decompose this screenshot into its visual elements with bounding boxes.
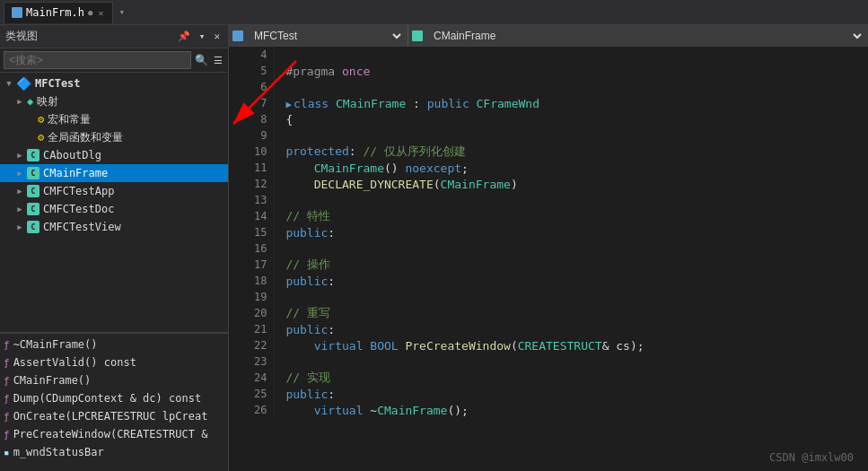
line-num-23: 23 [229, 353, 275, 370]
line-num-5: 5 [229, 63, 275, 79]
tree-item-cmainframe[interactable]: ▶ C CMainFrame [0, 164, 228, 182]
line-num-9: 9 [229, 127, 275, 144]
code-row-5: 5 #pragma once [229, 63, 868, 79]
search-box: 🔍 ☰ [0, 48, 228, 73]
bottom-label-4: Dump(CDumpContext & dc) const [13, 392, 202, 405]
nav-left-select[interactable]: MFCTest [247, 29, 404, 43]
tree-arrow-cmfctestdoc: ▶ [14, 204, 25, 214]
bottom-item-oncreate[interactable]: ƒ OnCreate(LPCREATESTRUC lpCreat [0, 407, 228, 425]
code-line-16 [275, 240, 868, 257]
code-line-22: virtual BOOL PreCreateWindow(CREATESTRUC… [275, 337, 868, 353]
code-row-22: 22 virtual BOOL PreCreateWindow(CREATEST… [229, 337, 868, 353]
tree-label-globals: 全局函数和变量 [48, 130, 123, 145]
tree-arrow-cmfctestapp: ▶ [14, 186, 25, 196]
tree-item-caboutdlg[interactable]: ▶ C CAboutDlg [0, 146, 228, 164]
bottom-item-statusbar[interactable]: ▪ m_wndStatusBar [0, 443, 228, 461]
tree-label-cmfctestapp: CMFCTestApp [43, 185, 114, 197]
code-row-4: 4 [229, 47, 868, 63]
code-row-19: 19 [229, 289, 868, 305]
search-icon-button[interactable]: 🔍 [193, 53, 210, 67]
code-row-11: 11 CMainFrame() noexcept; [229, 160, 868, 176]
code-line-23 [275, 353, 868, 370]
tree-item-cmfctestdoc[interactable]: ▶ C CMFCTestDoc [0, 200, 228, 218]
tree-arrow-cmainframe: ▶ [14, 168, 25, 179]
top-bar: MainFrm.h ● ✕ ▾ [0, 0, 868, 25]
code-line-20: // 重写 [275, 305, 868, 321]
tab-close-icon[interactable]: ✕ [96, 8, 105, 18]
line-num-20: 20 [229, 305, 275, 321]
code-line-5: #pragma once [275, 63, 868, 79]
bottom-item-assertvalid[interactable]: ƒ AssertValid() const [0, 353, 228, 371]
bottom-item-dump[interactable]: ƒ Dump(CDumpContext & dc) const [0, 389, 228, 407]
code-row-17: 17 // 操作 [229, 257, 868, 273]
tree-arrow-mfctest: ▼ [4, 78, 14, 89]
func-icon-1: ƒ [4, 339, 10, 351]
code-row-6: 6 [229, 79, 868, 95]
bottom-label-2: AssertValid() const [13, 356, 136, 369]
func-icon-6: ƒ [4, 429, 10, 440]
tree-arrow-caboutdlg: ▶ [14, 150, 25, 161]
left-panel: 类视图 📌 ▾ ✕ 🔍 ☰ ▼ 🔷 MFCTest ▶ ◆ 映射 [0, 25, 229, 471]
bottom-item-constructor[interactable]: ƒ CMainFrame() [0, 371, 228, 389]
class-icon-cmfctestdoc: C [27, 203, 39, 215]
nav-file-icon [232, 31, 243, 41]
code-row-13: 13 [229, 192, 868, 208]
func-icon-4: ƒ [4, 393, 10, 405]
tab-expand-icon[interactable]: ▾ [118, 6, 125, 18]
tree-item-cmfctestview[interactable]: ▶ C CMFCTestView [0, 218, 228, 236]
bottom-label-7: m_wndStatusBar [13, 446, 104, 458]
code-line-9 [275, 127, 868, 144]
line-num-22: 22 [229, 337, 275, 353]
line-num-11: 11 [229, 160, 275, 176]
bottom-item-precreatewindow[interactable]: ƒ PreCreateWindow(CREATESTRUCT & [0, 425, 228, 443]
tab-label: MainFrm.h [26, 6, 84, 19]
tree-item-mfctest[interactable]: ▼ 🔷 MFCTest [0, 74, 228, 92]
tree-item-cmfctestapp[interactable]: ▶ C CMFCTestApp [0, 182, 228, 200]
close-panel-icon[interactable]: ✕ [211, 30, 223, 43]
bottom-panel: ƒ ~CMainFrame() ƒ AssertValid() const ƒ … [0, 332, 228, 471]
auto-hide-icon[interactable]: ▾ [197, 30, 208, 43]
line-num-6: 6 [229, 79, 275, 95]
tree-item-mapping[interactable]: ▶ ◆ 映射 [0, 92, 228, 110]
tab-mainfrm-h[interactable]: MainFrm.h ● ✕ [4, 2, 113, 23]
bottom-item-destructor[interactable]: ƒ ~CMainFrame() [0, 336, 228, 353]
func-icon-2: ƒ [4, 357, 10, 369]
tree-label-cmfctestview: CMFCTestView [43, 221, 121, 233]
tree-item-globals[interactable]: ⚙ 全局函数和变量 [0, 128, 228, 146]
search-input[interactable] [4, 51, 191, 69]
filter-icon-button[interactable]: ☰ [212, 54, 224, 67]
code-line-19 [275, 289, 868, 305]
code-row-9: 9 [229, 127, 868, 144]
tab-file-icon [12, 7, 22, 18]
tree-arrow-cmfctestview: ▶ [14, 222, 25, 232]
code-line-21: public: [275, 321, 868, 337]
bottom-label-5: OnCreate(LPCREATESTRUC lpCreat [13, 410, 208, 423]
class-icon-caboutdlg: C [27, 149, 39, 161]
panel-icons: 📌 ▾ ✕ [175, 30, 223, 43]
line-num-24: 24 [229, 370, 275, 386]
class-icon-cmfctestapp: C [27, 185, 39, 197]
mapping-icon: ◆ [27, 95, 33, 108]
code-row-16: 16 [229, 240, 868, 257]
bottom-label-6: PreCreateWindow(CREATESTRUCT & [13, 428, 208, 440]
nav-right-select[interactable]: CMainFrame [426, 29, 864, 43]
tree-item-macros[interactable]: ⚙ 宏和常量 [0, 110, 228, 128]
func-icon-3: ƒ [4, 375, 10, 387]
code-row-26: 26 virtual ~CMainFrame(); [229, 402, 868, 418]
code-table: 4 5 #pragma once 6 7 ▶class CMainFrame :… [229, 47, 868, 418]
code-line-7: ▶class CMainFrame : public CFrameWnd [275, 95, 868, 111]
line-num-14: 14 [229, 208, 275, 224]
code-line-12: DECLARE_DYNCREATE(CMainFrame) [275, 176, 868, 192]
code-line-10: protected: // 仅从序列化创建 [275, 144, 868, 160]
code-row-14: 14 // 特性 [229, 208, 868, 224]
pin-icon[interactable]: 📌 [175, 30, 193, 43]
code-area[interactable]: 4 5 #pragma once 6 7 ▶class CMainFrame :… [229, 47, 868, 471]
code-row-20: 20 // 重写 [229, 305, 868, 321]
watermark: CSDN @imxlw00 [769, 451, 854, 464]
code-row-23: 23 [229, 353, 868, 370]
tree-arrow-macros [25, 114, 36, 125]
code-row-7: 7 ▶class CMainFrame : public CFrameWnd [229, 95, 868, 111]
line-num-15: 15 [229, 224, 275, 240]
code-line-17: // 操作 [275, 257, 868, 273]
code-line-26: virtual ~CMainFrame(); [275, 402, 868, 418]
